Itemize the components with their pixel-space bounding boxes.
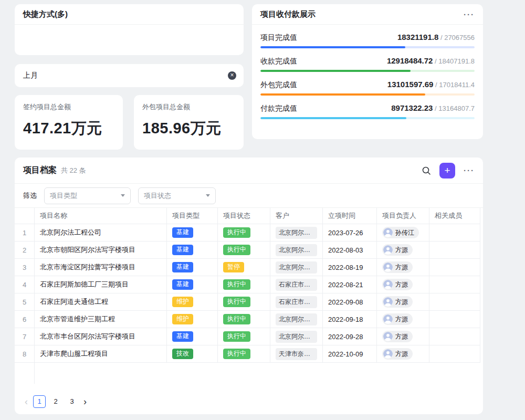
project-type-tag: 技改 (172, 349, 193, 360)
metric-label: 付款完成值 (260, 104, 297, 113)
project-name-cell: 石家庄阿道夫通信工程 (35, 293, 167, 311)
signed-amount-label: 签约项目总金额 (23, 102, 114, 112)
project-archive-card: 项目档案 共 22 条 + ··· 筛选 项目类型 项目状态 项目名称项目类型项… (15, 158, 483, 414)
project-type-cell: 基建 (167, 224, 218, 242)
avatar (383, 262, 393, 272)
add-record-button[interactable]: + (439, 163, 455, 178)
project-type-filter[interactable]: 项目类型 (44, 187, 131, 204)
project-name-cell: 北京阿尔法工程公司 (35, 224, 167, 242)
pagination: ‹123› (23, 395, 88, 408)
members-cell (429, 345, 480, 363)
project-type-tag: 基建 (172, 279, 193, 290)
project-type-tag: 基建 (172, 227, 193, 238)
clear-filter-icon[interactable]: × (228, 71, 236, 80)
start-date-cell: 2022-08-21 (323, 276, 377, 293)
search-icon[interactable] (422, 166, 431, 175)
metric-row: 付款完成值8971322.23 / 13164807.7 (260, 103, 475, 119)
month-filter[interactable]: 上月 × (15, 64, 244, 87)
progress-fill (260, 93, 425, 96)
pagination-page-3[interactable]: 3 (66, 395, 78, 408)
table-row[interactable]: 5石家庄阿道夫通信工程维护执行中石家庄市A县2022-09-08方源 (15, 293, 483, 311)
row-index: 5 (15, 293, 35, 311)
members-cell (429, 311, 480, 328)
customer-cell: 石家庄市A… (270, 276, 323, 293)
members-cell (429, 242, 480, 259)
project-status-cell: 执行中 (218, 224, 270, 242)
progress-bar (260, 46, 475, 48)
table-row[interactable]: 1北京阿尔法工程公司基建执行中北京阿尔法…2023-07-26孙传江 (15, 224, 483, 242)
pagination-page-2[interactable]: 2 (49, 395, 62, 408)
project-type-tag: 基建 (172, 245, 193, 256)
pagination-prev[interactable]: ‹ (23, 397, 29, 406)
project-type-tag: 维护 (172, 314, 193, 325)
pagination-next[interactable]: › (82, 397, 88, 406)
project-name-cell: 天津市爬山服工程项目 (35, 345, 167, 363)
owner-name: 方源 (395, 298, 408, 307)
shortcuts-body (15, 25, 244, 55)
row-index: 3 (15, 259, 35, 276)
metric-value: 13101597.69 / 17018411.4 (387, 80, 475, 89)
row-index: 1 (15, 224, 35, 242)
customer-cell: 北京阿尔法… (270, 328, 323, 345)
owner-chip: 方源 (382, 261, 413, 273)
owner-cell: 方源 (377, 242, 429, 259)
project-name-cell: 北京市丰台区阿尔法写字楼项目 (35, 328, 167, 345)
owner-cell: 方源 (377, 259, 429, 276)
outsourced-amount-value: 185.96万元 (142, 118, 235, 139)
project-status-tag: 执行中 (223, 279, 250, 290)
project-status-cell: 执行中 (218, 345, 270, 363)
column-header: 项目类型 (167, 208, 218, 224)
table-row[interactable]: 3北京市海淀区阿拉蕾写字楼项目基建暂停北京阿尔法…2022-08-19方源 (15, 259, 483, 276)
table-row[interactable]: 8天津市爬山服工程项目技改执行中天津市奈文…2022-10-09方源 (15, 345, 483, 363)
metric-row: 项目完成值18321191.8 / 27067556 (260, 33, 475, 48)
filter-row: 筛选 项目类型 项目状态 (15, 184, 483, 208)
project-type-tag: 基建 (172, 331, 193, 342)
customer-cell: 北京阿尔法… (270, 311, 323, 328)
metric-total: / 27067556 (438, 34, 475, 41)
progress-fill (260, 117, 406, 119)
owner-name: 方源 (395, 332, 408, 341)
table-row[interactable]: 2北京市朝阳区阿尔法写字楼项目基建执行中北京阿尔法…2022-08-03方源 (15, 242, 483, 259)
month-filter-value: 上月 (23, 71, 38, 80)
customer-cell: 北京阿尔法… (270, 259, 323, 276)
shortcuts-title: 快捷方式(多) (23, 9, 68, 19)
customer-chip: 石家庄市A… (276, 279, 317, 291)
project-status-tag: 执行中 (223, 314, 250, 325)
project-type-cell: 基建 (167, 259, 218, 276)
customer-chip: 北京阿尔法… (276, 331, 317, 343)
table-more-menu-icon[interactable]: ··· (464, 166, 475, 174)
project-status-cell: 执行中 (218, 311, 270, 328)
project-name-cell: 石家庄阿斯加德工厂三期项目 (35, 276, 167, 293)
column-header: 客户 (270, 208, 323, 224)
owner-name: 孙传江 (395, 228, 414, 237)
start-date-cell: 2022-09-18 (323, 311, 377, 328)
row-index: 8 (15, 345, 35, 363)
more-menu-icon[interactable]: ··· (464, 10, 475, 18)
customer-cell: 天津市奈文… (270, 345, 323, 363)
pagination-page-1[interactable]: 1 (33, 395, 46, 408)
owner-chip: 方源 (382, 331, 413, 342)
project-type-tag: 维护 (172, 297, 193, 308)
owner-name: 方源 (395, 350, 408, 359)
owner-cell: 方源 (377, 293, 429, 311)
row-index: 6 (15, 311, 35, 328)
metric-label: 外包完成值 (260, 80, 297, 90)
payments-title: 项目收付款展示 (260, 9, 316, 19)
customer-chip: 石家庄市A县 (276, 296, 317, 308)
avatar (383, 297, 393, 307)
empty-row-area (15, 363, 483, 384)
table-row[interactable]: 7北京市丰台区阿尔法写字楼项目基建执行中北京阿尔法…2022-09-28方源 (15, 328, 483, 345)
table-row[interactable]: 4石家庄阿斯加德工厂三期项目基建执行中石家庄市A…2022-08-21方源 (15, 276, 483, 293)
members-cell (429, 293, 480, 311)
table-row[interactable]: 6北京市管道维护三期工程维护执行中北京阿尔法…2022-09-18方源 (15, 311, 483, 328)
project-status-tag: 执行中 (223, 297, 250, 308)
filter-label: 筛选 (23, 191, 37, 201)
owner-chip: 方源 (382, 296, 413, 308)
project-status-cell: 执行中 (218, 293, 270, 311)
start-date-cell: 2022-10-09 (323, 345, 377, 363)
metric-value: 8971322.23 / 13164807.7 (391, 103, 475, 112)
project-status-filter[interactable]: 项目状态 (138, 187, 216, 204)
archive-toolbar: + ··· (422, 163, 475, 178)
avatar (383, 245, 393, 255)
owner-chip: 方源 (382, 313, 413, 325)
